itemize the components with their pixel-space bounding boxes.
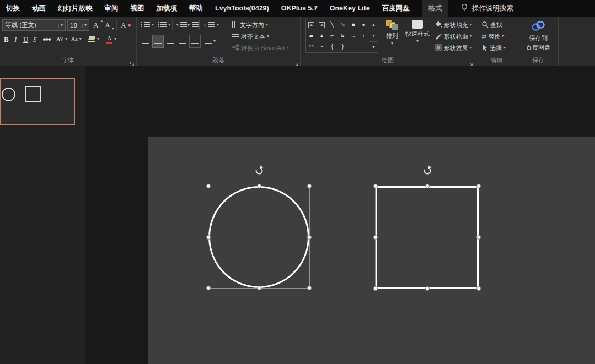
italic-button[interactable]: I [13, 34, 18, 45]
chevron-down-icon[interactable]: ▾ [266, 23, 268, 27]
chevron-down-icon[interactable]: ▾ [267, 34, 269, 39]
resize-handle-se[interactable] [307, 286, 312, 290]
resize-handle-w[interactable] [206, 235, 211, 240]
chevron-down-icon[interactable]: ▾ [503, 46, 506, 50]
shape-right-brace-icon[interactable]: } [337, 41, 348, 52]
distribute-text-button[interactable] [189, 35, 201, 48]
resize-handle-nw[interactable] [373, 184, 378, 188]
save-to-baidu-button[interactable]: 保存到 百度网盘 [523, 20, 554, 52]
tab-review[interactable]: 审阅 [99, 0, 125, 17]
font-dialog-launcher[interactable] [130, 58, 135, 63]
align-text-button[interactable]: 对齐文本 ▾ [231, 31, 271, 42]
convert-to-smartart-button[interactable]: 转换为 SmartArt ▾ [231, 42, 290, 53]
chevron-down-icon[interactable]: ▾ [82, 23, 87, 28]
slide-canvas[interactable] [148, 137, 595, 364]
tab-animations[interactable]: 动画 [26, 0, 52, 17]
tab-lvyhtools[interactable]: LvyhTools(0429) [209, 0, 275, 17]
shape-vertical-textbox-icon[interactable]: A [317, 19, 327, 30]
shape-down-arrow-icon[interactable]: ↓ [358, 30, 369, 41]
resize-handle-e[interactable] [476, 235, 481, 240]
shape-right-arrow-icon[interactable]: → [348, 30, 358, 41]
oval-outline[interactable] [208, 186, 309, 288]
gallery-scroll-down-button[interactable]: ▼ [369, 30, 378, 41]
resize-handle-sw[interactable] [206, 286, 211, 290]
resize-handle-s[interactable] [257, 286, 261, 290]
numbering-button[interactable]: ▾ [156, 19, 172, 30]
align-center-button[interactable] [152, 35, 164, 48]
rectangle-shape[interactable] [376, 186, 479, 289]
chevron-down-icon[interactable]: ▾ [114, 37, 116, 41]
chevron-down-icon[interactable]: ▾ [97, 37, 99, 41]
chevron-down-icon[interactable]: ▾ [213, 39, 216, 44]
tab-baidu-netdisk[interactable]: 百度网盘 [376, 0, 416, 17]
gallery-scroll-up-button[interactable]: ▲ [369, 19, 378, 30]
tab-format[interactable]: 格式 [422, 0, 448, 17]
shape-curve-icon[interactable]: ~ [317, 41, 327, 52]
chevron-down-icon[interactable]: ▾ [502, 34, 504, 39]
resize-handle-s[interactable] [425, 286, 430, 291]
bullets-button[interactable]: ▾ [140, 19, 156, 30]
shape-line-icon[interactable]: ╲ [327, 19, 337, 30]
shape-left-brace-icon[interactable]: { [327, 41, 337, 52]
tab-view[interactable]: 视图 [125, 0, 151, 17]
chevron-down-icon[interactable]: ▾ [470, 34, 472, 39]
oval-shape[interactable] [208, 186, 309, 288]
rectangle-outline[interactable] [376, 186, 479, 289]
resize-handle-ne[interactable] [307, 184, 312, 188]
grow-font-button[interactable]: A ▲ [92, 19, 105, 30]
resize-handle-e[interactable] [307, 235, 312, 240]
chevron-down-icon[interactable]: ▾ [152, 23, 154, 27]
resize-handle-w[interactable] [373, 235, 378, 240]
character-spacing-button[interactable]: AV ▾ [55, 34, 69, 45]
chevron-down-icon[interactable]: ▾ [168, 23, 170, 27]
rotate-handle[interactable] [422, 165, 432, 175]
font-size-combobox[interactable]: 18 ▾ [67, 19, 89, 31]
bold-button[interactable]: B [2, 34, 10, 45]
text-shadow-button[interactable]: S [31, 34, 39, 45]
gallery-more-button[interactable]: ▼ [369, 42, 378, 52]
replace-button[interactable]: ⇄ 替换 ▾ [480, 31, 506, 42]
find-button[interactable]: 查找 [480, 19, 504, 30]
line-spacing-button[interactable]: ↕ ▾ [202, 19, 221, 30]
shape-elbow-arrow-icon[interactable]: ↳ [337, 30, 348, 41]
columns-button[interactable]: ▾ [203, 35, 217, 48]
tab-slideshow[interactable]: 幻灯片放映 [52, 0, 99, 17]
shrink-font-button[interactable]: A ▼ [104, 19, 116, 30]
shape-rectangle-icon[interactable]: ■ [348, 19, 358, 30]
shape-textbox-icon[interactable]: A [306, 19, 317, 30]
select-button[interactable]: 选择 ▾ [480, 42, 507, 53]
chevron-down-icon[interactable]: ▾ [286, 46, 288, 50]
align-right-button[interactable] [165, 35, 175, 48]
tab-addins[interactable]: 加载项 [151, 0, 184, 17]
shape-elbow-connector-icon[interactable]: ⌐ [327, 30, 337, 41]
strikethrough-button[interactable]: abc [41, 34, 52, 45]
paragraph-dialog-launcher[interactable] [293, 58, 298, 63]
font-name-combobox[interactable]: 等线 (正文) ▾ [2, 19, 66, 31]
slide-thumbnail[interactable] [0, 78, 75, 125]
resize-handle-ne[interactable] [476, 184, 481, 188]
rotate-handle[interactable] [254, 165, 264, 175]
shape-fill-button[interactable]: 形状填充 ▾ [433, 19, 474, 30]
resize-handle-sw[interactable] [373, 286, 378, 291]
font-color-button[interactable]: A ▾ [105, 34, 118, 45]
drawing-dialog-launcher[interactable] [468, 58, 473, 63]
tell-me-search[interactable]: 操作说明搜索 [460, 3, 513, 13]
shape-oval-icon[interactable]: ● [358, 19, 369, 30]
clear-formatting-button[interactable]: A ◆ [119, 19, 133, 30]
resize-handle-n[interactable] [425, 184, 430, 188]
arrange-button[interactable]: 排列 ▾ [382, 20, 403, 46]
text-highlight-button[interactable]: ▾ [87, 34, 101, 45]
shape-parallelogram-icon[interactable]: ▰ [306, 30, 317, 41]
chevron-down-icon[interactable]: ▾ [217, 23, 219, 27]
tab-help[interactable]: 帮助 [183, 0, 209, 17]
shape-line-arrow-icon[interactable]: ↘ [337, 19, 348, 30]
tab-okplus[interactable]: OKPlus 5.7 [275, 0, 324, 17]
chevron-down-icon[interactable]: ▾ [470, 46, 472, 50]
text-direction-button[interactable]: 文字方向 ▾ [231, 19, 270, 30]
resize-handle-nw[interactable] [206, 184, 211, 188]
shape-outline-button[interactable]: 形状轮廓 ▾ [433, 31, 474, 42]
underline-button[interactable]: U [22, 34, 30, 45]
tab-onekey-lite[interactable]: OneKey Lite [324, 0, 376, 17]
shape-triangle-icon[interactable]: ▲ [317, 30, 327, 41]
shape-effects-button[interactable]: 形状效果 ▾ [433, 42, 474, 53]
